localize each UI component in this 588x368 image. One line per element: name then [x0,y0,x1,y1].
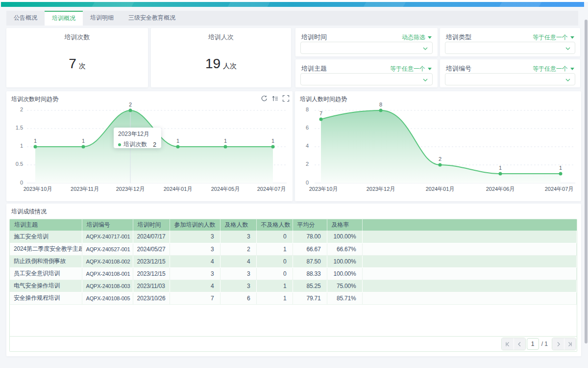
svg-text:1: 1 [559,165,562,171]
chevron-down-icon [422,77,428,83]
top-gradient-bar [1,2,584,7]
table-row[interactable]: 施工安全培训AQPX-240717-0012024/07/1733078.001… [10,231,577,243]
table-row[interactable]: 员工安全意识培训AQPX-240108-0012023/12/1533088.3… [10,267,577,280]
col-training-topic: 培训主题 [10,219,82,231]
pagination-right-group [552,338,576,350]
table-row[interactable]: 电气安全操作培训AQPX-240108-0032023/11/0343185.2… [10,280,577,292]
restore-icon[interactable] [261,95,268,102]
svg-text:1: 1 [271,138,274,144]
svg-text:1: 1 [34,138,37,144]
prev-page-button[interactable] [514,338,525,350]
svg-text:2024年07月: 2024年07月 [545,186,574,192]
filter-select[interactable] [445,42,575,54]
col-participants: 参加培训的人数 [170,219,220,231]
page-number-input[interactable]: 1 [527,338,539,350]
caret-down-icon [570,36,574,39]
filter-select[interactable] [300,73,433,85]
filter-card-training-type: 培训类型 等于任意一个 [440,28,580,56]
filter-mode-dropdown[interactable]: 等于任意一个 [390,65,432,73]
stat-card-training-count: 培训次数 7次 [6,28,148,87]
stat-value: 7次 [6,56,148,72]
svg-text:2: 2 [306,161,309,167]
tab-bar: 公告概况 培训概况 培训明细 三级安全教育概况 [6,11,578,26]
scrollbar-thumb[interactable] [585,20,588,343]
sort-icon[interactable] [271,95,279,102]
tab-training-detail[interactable]: 培训明细 [83,11,121,26]
filter-select[interactable] [445,73,575,85]
table-row[interactable]: 安全操作规程培训AQPX-240108-0052023/10/2676179.7… [10,292,577,304]
svg-text:1: 1 [176,138,179,144]
chevron-down-icon [565,46,571,52]
svg-text:2023年12月: 2023年12月 [116,186,145,192]
area-chart-training-people: 7 8 2 1 1 0 2 4 6 8 2023年10月 2023年12月 20… [295,91,581,201]
filter-label: 培训类型 [446,33,471,42]
caret-down-icon [428,68,432,70]
svg-text:2: 2 [439,156,441,162]
svg-text:0: 0 [20,180,23,185]
stat-title: 培训人次 [151,33,291,42]
chevron-down-icon [422,46,428,52]
svg-text:8: 8 [379,102,382,107]
col-pass-rate: 及格率 [327,219,362,231]
tab-training-overview[interactable]: 培训概况 [45,11,83,26]
stat-value: 19人次 [151,56,291,72]
svg-text:0.5: 0.5 [16,161,23,167]
svg-text:2024年07月: 2024年07月 [257,186,286,192]
chart-title: 培训人数时间趋势 [300,95,347,104]
col-average: 平均分 [293,219,327,231]
svg-text:2023年11月: 2023年11月 [71,186,99,192]
chevron-down-icon [565,77,571,83]
chart-toolbox [261,95,290,102]
filter-mode-dropdown[interactable]: 等于任意一个 [533,65,574,73]
caret-down-icon [570,68,574,70]
col-empty [362,219,577,231]
svg-text:2023年12月: 2023年12月 [367,186,395,192]
col-training-code: 培训编号 [82,219,133,231]
first-page-button[interactable] [502,338,514,350]
pagination-left-group [501,338,526,350]
table-header-row: 培训主题 培训编号 培训时间 参加培训的人数 及格人数 不及格人数 平均分 及格… [10,219,577,231]
tab-three-level-safety[interactable]: 三级安全教育概况 [121,11,183,26]
filter-label: 培训主题 [301,64,327,73]
series-dot [118,143,121,146]
table-row[interactable]: 2024第二季度安全教学主题培训AQPX-240527-0012024/05/2… [10,243,577,255]
svg-text:2024年05月: 2024年05月 [211,186,240,192]
table-footer: 1 / 1 [10,336,577,351]
table-card-training-scores: 培训成绩情况 培训主题 培训编号 培训时间 参加培训的人数 及格人数 不及格人数… [6,204,581,356]
filter-card-training-code: 培训编号 等于任意一个 [440,59,580,87]
filter-mode-dropdown[interactable]: 等于任意一个 [533,33,574,42]
svg-text:4: 4 [306,143,309,149]
filter-label: 培训时间 [301,33,327,42]
filter-mode-dropdown[interactable]: 动态筛选 [402,33,432,42]
svg-text:7: 7 [319,110,322,116]
svg-text:2024年01月: 2024年01月 [164,186,193,192]
tooltip-value: 2 [153,141,156,148]
col-failed: 不及格人数 [256,219,293,231]
svg-text:1: 1 [82,138,85,144]
last-page-button[interactable] [564,338,576,350]
caret-down-icon [428,36,432,39]
next-page-button[interactable] [552,338,564,350]
svg-text:1.5: 1.5 [16,125,23,131]
svg-text:2024年06月: 2024年06月 [486,186,515,192]
svg-text:2: 2 [129,102,132,107]
col-passed: 及格人数 [220,219,256,231]
svg-text:1: 1 [224,138,227,144]
tooltip-series: 培训次数 [123,140,147,149]
stat-title: 培训次数 [6,33,148,42]
chart-tooltip: 2023年12月 培训次数 2 [114,128,161,148]
table-row[interactable]: 防止跌倒和滑倒事故AQPX-240108-0022023/12/1544087.… [10,255,577,267]
filter-card-training-topic: 培训主题 等于任意一个 [295,59,438,87]
filter-select[interactable] [300,42,433,54]
svg-text:0: 0 [306,180,309,185]
svg-text:1: 1 [20,143,23,149]
fullscreen-icon[interactable] [282,95,290,102]
stat-card-training-person-times: 培训人次 19人次 [151,28,291,87]
svg-text:1: 1 [499,165,502,171]
tooltip-title: 2023年12月 [118,130,156,138]
col-training-time: 培训时间 [133,219,170,231]
svg-text:2023年10月: 2023年10月 [24,186,52,192]
tab-announcement-overview[interactable]: 公告概况 [6,11,45,26]
chart-card-training-count-trend: 培训次数时间趋势 [6,91,293,201]
table-empty-area [10,305,577,337]
